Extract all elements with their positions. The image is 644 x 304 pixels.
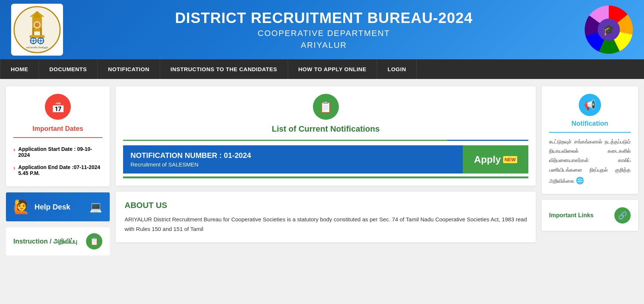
arrow-icon-start: › — [13, 146, 15, 153]
instruction-card[interactable]: Instruction / அறிவிப்பு 📋 — [6, 227, 110, 255]
svg-rect-7 — [40, 28, 42, 35]
header: வாய்மையே வெல்லும் DISTRICT RECRUITMENT B… — [0, 0, 644, 59]
new-badge: NEW — [503, 156, 517, 163]
helpdesk-card[interactable]: 🙋 Help Desk 💻 — [6, 192, 110, 221]
notifications-icon: 📋 — [313, 94, 339, 120]
green-divider — [123, 140, 528, 141]
svg-point-9 — [34, 22, 40, 27]
megaphone-icon: 📢 — [579, 94, 601, 116]
svg-text:வாய்மையே வெல்லும்: வாய்மையே வெல்லும் — [26, 46, 49, 49]
main-content: Important Dates › Application Start Date… — [0, 79, 644, 263]
about-title: ABOUT US — [125, 201, 527, 210]
rainbow-emblem — [585, 6, 633, 54]
important-links-btn[interactable]: 🔗 — [614, 207, 631, 224]
navbar: HOME DOCUMENTS NOTIFICATION INSTRUCTIONS… — [0, 59, 644, 79]
notification-info: NOTIFICATION NUMBER : 01-2024 Recruitmen… — [123, 145, 463, 174]
helpdesk-icon: 🙋 — [13, 199, 30, 215]
notifications-header: 📋 List of Current Notifications — [123, 94, 528, 134]
important-links-card[interactable]: Important Links 🔗 — [542, 200, 638, 231]
red-divider — [13, 137, 102, 138]
date-item-start: › Application Start Date : 09-10-2024 — [13, 143, 102, 161]
notification-side-title: Notification — [549, 120, 631, 128]
helpdesk-bg-icon: 💻 — [89, 201, 102, 213]
apply-button[interactable]: Apply NEW — [463, 145, 528, 174]
right-sidebar: 📢 Notification கூட்டுறவுச் சங்கங்களால் ந… — [542, 86, 638, 255]
helpdesk-label: Help Desk — [34, 203, 70, 211]
important-dates-title: Important Dates — [13, 125, 102, 133]
header-subtitle1: COOPERATIVE DEPARTMENT — [63, 29, 585, 38]
notifications-card: 📋 List of Current Notifications NOTIFICA… — [116, 86, 536, 186]
nav-home[interactable]: HOME — [0, 59, 39, 79]
svg-rect-6 — [32, 28, 34, 35]
nav-documents[interactable]: DOCUMENTS — [39, 59, 98, 79]
apply-label: Apply — [474, 154, 501, 165]
date-item-end: › Application End Date :07-11-2024 5.45 … — [13, 161, 102, 179]
about-text: ARIYALUR District Recruitment Bureau for… — [125, 215, 527, 234]
center-content: 📋 List of Current Notifications NOTIFICA… — [116, 86, 536, 255]
important-links-title: Important Links — [549, 212, 594, 219]
notification-row: NOTIFICATION NUMBER : 01-2024 Recruitmen… — [123, 145, 528, 174]
nav-login[interactable]: LOGIN — [377, 59, 417, 79]
notification-tamil-text: கூட்டுறவுச் சங்கங்களால் நடத்தப்படும் நிய… — [549, 137, 631, 186]
header-title: DISTRICT RECRUITMENT BUREAU-2024 — [63, 10, 585, 26]
logo: வாய்மையே வெல்லும் — [11, 4, 63, 56]
nav-notification[interactable]: NOTIFICATION — [98, 59, 160, 79]
globe-icon: 🌐 — [576, 177, 584, 184]
bottom-bar — [123, 176, 528, 178]
svg-rect-5 — [36, 11, 38, 13]
about-card: ABOUT US ARIYALUR District Recruitment B… — [116, 192, 536, 242]
left-sidebar: Important Dates › Application Start Date… — [6, 86, 110, 255]
svg-rect-4 — [35, 13, 39, 16]
calendar-icon — [45, 94, 71, 120]
instruction-title: Instruction / அறிவிப்பு — [13, 238, 77, 245]
blue-divider — [549, 132, 631, 133]
important-dates-card: Important Dates › Application Start Date… — [6, 86, 110, 186]
header-subtitle2: ARIYALUR — [63, 40, 585, 50]
links-btn-icon: 🔗 — [618, 211, 627, 220]
arrow-icon-end: › — [13, 165, 15, 171]
instruction-btn[interactable]: 📋 — [86, 233, 102, 250]
instruction-btn-icon: 📋 — [90, 237, 99, 246]
notification-number: NOTIFICATION NUMBER : 01-2024 — [131, 151, 455, 160]
notifications-title: List of Current Notifications — [123, 124, 528, 134]
notification-description: Recruitment of SALESMEN — [131, 161, 455, 168]
nav-how-to-apply[interactable]: HOW TO APPLY ONLINE — [288, 59, 377, 79]
notification-side-card: 📢 Notification கூட்டுறவுச் சங்கங்களால் ந… — [542, 86, 638, 194]
header-center: DISTRICT RECRUITMENT BUREAU-2024 COOPERA… — [63, 10, 585, 50]
nav-instructions[interactable]: INSTRUCTIONS TO THE CANDIDATES — [160, 59, 288, 79]
